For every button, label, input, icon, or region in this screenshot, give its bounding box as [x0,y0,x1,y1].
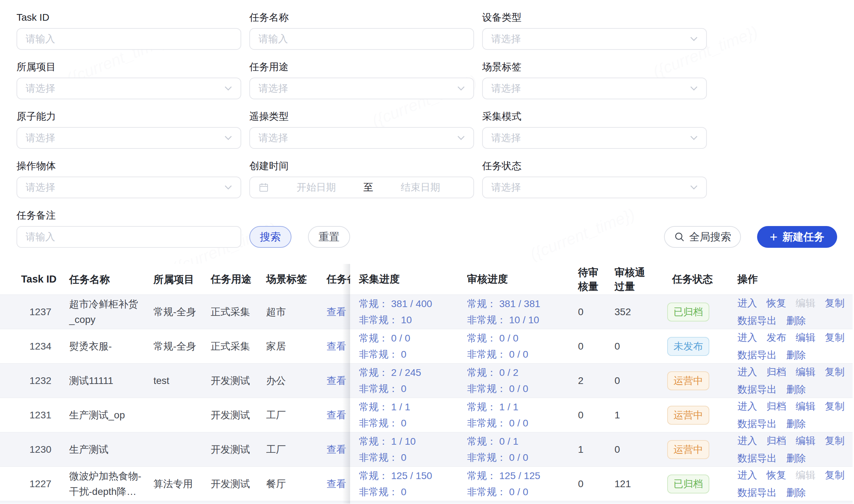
cell-task-id: 1237 [0,306,69,318]
cell-task-id: 1231 [0,410,69,421]
cell-pending-count: 2 [574,375,610,386]
teleop-type-select[interactable]: 请选择 [249,127,474,149]
row-action-link[interactable]: 删除 [786,347,806,363]
review-irregular: 非常规： 0 / 0 [467,450,574,466]
row-action-link[interactable]: 复制 [825,467,845,483]
scene-tag-select[interactable]: 请选择 [482,78,707,99]
row-action-link[interactable]: 进入 [737,295,757,311]
cell-review-progress: 常规： 1 / 1 非常规： 0 / 0 [467,399,574,431]
row-action-link[interactable]: 编辑 [796,433,815,449]
search-button[interactable]: 搜索 [249,226,291,248]
chevron-down-icon [224,86,232,91]
row-action-link[interactable]: 进入 [737,398,757,415]
row-action-link[interactable]: 删除 [786,450,806,466]
row-action-link[interactable]: 数据导出 [737,382,777,398]
row-action-link[interactable]: 进入 [737,433,757,449]
cell-ops: 进入恢复编辑复制 数据导出删除 [732,467,847,501]
row-action-link[interactable]: 进入 [737,330,757,346]
row-action-link[interactable]: 编辑 [796,330,815,346]
select-placeholder: 请选择 [491,32,521,46]
row-action-link[interactable]: 编辑 [796,364,815,380]
table-row: 1231 生产测试_op 开发测试 工厂 查看 常规： 1 / 1 非常规： 0… [0,398,853,432]
global-search-button[interactable]: 全局搜索 [664,226,741,248]
row-action-link[interactable]: 进入 [737,364,757,380]
row-action-link[interactable]: 复制 [825,295,845,311]
search-icon [674,231,685,243]
start-date-placeholder[interactable]: 开始日期 [272,181,361,194]
cell-approved-count: 0 [610,375,664,386]
row-action-link[interactable]: 数据导出 [737,416,777,432]
device-type-select[interactable]: 请选择 [482,28,707,50]
row-action-link[interactable]: 删除 [786,313,806,329]
task-status-select[interactable]: 请选择 [482,177,707,198]
row-action-link[interactable]: 复制 [825,364,845,380]
cell-project: test [153,373,211,389]
cell-purpose: 开发测试 [211,443,266,456]
collect-regular: 常规： 1 / 1 [359,399,467,415]
task-id-input[interactable] [26,29,232,49]
row-action-link[interactable]: 归档 [767,433,786,449]
row-action-link[interactable]: 数据导出 [737,313,777,329]
col-header-approved: 审核通过量 [610,265,664,293]
cell-scene: 餐厅 [266,477,322,491]
select-placeholder: 请选择 [258,131,288,145]
cell-review-progress: 常规： 0 / 0 非常规： 0 / 0 [467,330,574,363]
task-remark-input[interactable] [26,227,232,247]
cell-project: 算法专用 [153,476,211,492]
row-action-link[interactable]: 编辑 [796,467,815,483]
row-action-link[interactable]: 删除 [786,416,806,432]
row-action-link[interactable]: 恢复 [767,295,786,311]
row-action-link[interactable]: 复制 [825,330,845,346]
create-time-range-picker[interactable]: 开始日期 至 结束日期 [249,177,474,198]
collect-mode-select[interactable]: 请选择 [482,127,707,149]
row-action-link[interactable]: 归档 [767,398,786,415]
row-action-link[interactable]: 数据导出 [737,347,777,363]
col-header-project: 所属项目 [153,272,211,287]
row-action-link[interactable]: 删除 [786,485,806,501]
row-action-link[interactable]: 数据导出 [737,485,777,501]
row-action-link[interactable]: 编辑 [796,295,815,311]
select-placeholder: 请选择 [26,131,55,145]
row-action-link[interactable]: 复制 [825,398,845,415]
row-action-link[interactable]: 归档 [767,364,786,380]
reset-button[interactable]: 重置 [308,226,350,248]
row-action-link[interactable]: 恢复 [767,467,786,483]
cell-scene: 工厂 [266,409,322,422]
table-header-row: Task ID 任务名称 所属项目 任务用途 场景标签 任务备注 采集进度 审核… [0,264,853,294]
cell-task-name: 测试11111 [69,373,153,389]
row-action-link[interactable]: 进入 [737,467,757,483]
collect-irregular: 非常规： 0 [359,415,467,431]
field-scene-tag: 场景标签 请选择 [482,60,707,99]
task-name-input[interactable] [258,29,465,49]
row-action-link[interactable]: 复制 [825,433,845,449]
task-table: Task ID 任务名称 所属项目 任务用途 场景标签 任务备注 采集进度 审核… [0,264,854,504]
status-badge: 已归档 [667,303,709,321]
project-select[interactable]: 请选择 [17,78,241,99]
collect-regular: 常规： 125 / 150 [359,468,467,484]
target-object-select[interactable]: 请选择 [17,177,241,198]
col-header-purpose: 任务用途 [211,272,266,286]
row-action-link[interactable]: 发布 [767,330,786,346]
row-action-link[interactable]: 数据导出 [737,450,777,466]
fixed-column-shadow [342,264,350,504]
row-action-link[interactable]: 删除 [786,382,806,398]
chevron-down-icon [690,185,698,190]
cell-collect-progress: 常规： 0 / 0 非常规： 0 [350,330,467,363]
collect-irregular: 非常规： 0 [359,381,467,397]
table-row: 1232 测试11111 test 开发测试 办公 查看 常规： 2 / 245… [0,363,853,398]
purpose-select[interactable]: 请选择 [249,78,474,99]
row-action-link[interactable]: 编辑 [796,398,815,415]
review-regular: 常规： 0 / 0 [467,330,574,346]
cell-purpose: 开发测试 [211,477,266,491]
end-date-placeholder[interactable]: 结束日期 [376,181,465,194]
atomic-ability-select[interactable]: 请选择 [17,127,241,149]
purpose-label: 任务用途 [249,60,474,74]
new-task-button[interactable]: + 新建任务 [757,226,837,248]
field-task-id: Task ID [17,11,241,50]
create-time-label: 创建时间 [249,159,474,173]
cell-task-name: 生产测试 [69,442,153,457]
col-header-collect-progress: 采集进度 [350,272,467,286]
table-body: 1237 超市冷鲜柜补货_copy 常规-全身 正式采集 超市 查看 常规： 3… [0,294,854,501]
cell-pending-count: 1 [574,444,610,455]
cell-task-name: 生产测试_op [69,407,153,423]
